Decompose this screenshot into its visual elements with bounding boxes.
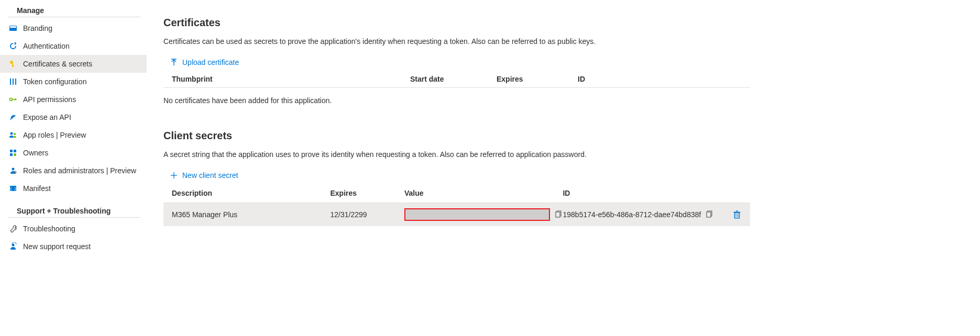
new-client-secret-label: New client secret [182,171,238,180]
svg-rect-14 [14,150,16,152]
api-permissions-icon [8,95,18,104]
manifest-icon: { } [8,184,18,193]
secrets-header-id: ID [563,189,721,197]
sidebar-item-label: Manifest [23,184,51,193]
copy-value-icon[interactable] [554,210,563,219]
secrets-header-description: Description [172,189,331,197]
certificates-icon [8,59,18,69]
svg-point-8 [10,98,13,101]
sidebar-item-label: Expose an API [23,113,71,121]
svg-rect-7 [15,79,16,85]
delete-secret-icon[interactable] [732,210,742,219]
sidebar-item-label: Branding [23,24,52,32]
support-section-header: Support + Troubleshooting [8,205,140,218]
svg-rect-27 [707,212,711,217]
svg-rect-15 [10,153,13,156]
owners-icon [8,148,18,158]
svg-point-12 [14,133,16,135]
svg-point-11 [10,132,13,135]
new-client-secret-button[interactable]: New client secret [163,167,245,184]
authentication-icon [8,41,18,51]
cert-header-thumbprint: Thumbprint [172,75,410,83]
svg-rect-1 [10,26,16,28]
secret-value-redacted [404,208,550,221]
secrets-header-value: Value [404,189,563,197]
sidebar-item-label: Troubleshooting [23,225,75,233]
troubleshooting-icon [8,224,18,233]
sidebar-item-authentication[interactable]: Authentication [0,37,147,55]
manage-section-header: Manage [8,4,140,17]
expose-api-icon [8,113,18,122]
main-content: Certificates Certificates can be used as… [147,0,980,260]
sidebar-item-new-support-request[interactable]: New support request [0,238,147,255]
sidebar-item-manifest[interactable]: { } Manifest [0,180,147,197]
upload-icon [170,58,178,66]
cert-header-start-date: Start date [410,75,497,83]
svg-rect-28 [735,213,740,218]
sidebar-item-token-configuration[interactable]: Token configuration [0,73,147,91]
secrets-table-header: Description Expires Value ID [163,184,750,203]
certificates-table-header: Thumbprint Start date Expires ID [163,71,750,87]
sidebar-item-label: Certificates & secrets [23,60,92,68]
client-secrets-title: Client secrets [163,130,972,142]
svg-text:{ }: { } [10,187,17,191]
sidebar-item-api-permissions[interactable]: API permissions [0,91,147,108]
plus-icon [170,171,178,180]
svg-rect-5 [10,79,11,85]
cert-header-expires: Expires [497,75,578,83]
sidebar-item-expose-api[interactable]: Expose an API [0,108,147,126]
sidebar-item-label: API permissions [23,95,76,104]
sidebar-item-label: App roles | Preview [23,131,86,139]
sidebar-item-label: New support request [23,242,91,251]
certificates-empty-message: No certificates have been added for this… [163,88,972,130]
sidebar: Manage Branding Authentication Certifica… [0,0,147,260]
sidebar-item-owners[interactable]: Owners [0,144,147,162]
secrets-header-expires: Expires [331,189,404,197]
cert-header-id: ID [578,75,682,83]
upload-certificate-label: Upload certificate [182,58,239,66]
table-row: M365 Manager Plus 12/31/2299 198b5174-e5… [163,203,750,226]
sidebar-item-label: Owners [23,149,48,157]
certificates-description: Certificates can be used as secrets to p… [163,37,972,46]
roles-admins-icon [8,166,18,175]
sidebar-item-label: Roles and administrators | Preview [23,166,136,175]
support-request-icon [8,242,18,251]
app-roles-icon [8,130,18,140]
sidebar-item-troubleshooting[interactable]: Troubleshooting [0,220,147,238]
certificates-table: Upload certificate Thumbprint Start date… [163,54,750,88]
secret-row-expires: 12/31/2299 [331,210,404,219]
certificates-title: Certificates [163,17,972,29]
sidebar-item-certificates-secrets[interactable]: Certificates & secrets [0,55,147,73]
svg-point-16 [14,153,16,156]
secrets-table: New client secret Description Expires Va… [163,167,750,226]
secret-row-description: M365 Manager Plus [172,210,331,219]
svg-rect-4 [12,65,14,66]
svg-point-17 [12,168,15,171]
svg-rect-6 [13,79,14,85]
copy-id-icon[interactable] [705,210,713,219]
sidebar-item-label: Authentication [23,42,70,50]
sidebar-item-branding[interactable]: Branding [0,19,147,37]
sidebar-item-roles-administrators[interactable]: Roles and administrators | Preview [0,162,147,180]
sidebar-item-app-roles[interactable]: App roles | Preview [0,126,147,144]
sidebar-item-label: Token configuration [23,77,86,86]
svg-rect-26 [556,212,560,217]
secret-row-id: 198b5174-e56b-486a-8712-daee74bd838f [563,210,701,219]
client-secrets-description: A secret string that the application use… [163,150,972,159]
branding-icon [8,24,18,33]
upload-certificate-button[interactable]: Upload certificate [163,54,245,71]
token-config-icon [8,77,18,86]
svg-rect-13 [10,150,13,152]
